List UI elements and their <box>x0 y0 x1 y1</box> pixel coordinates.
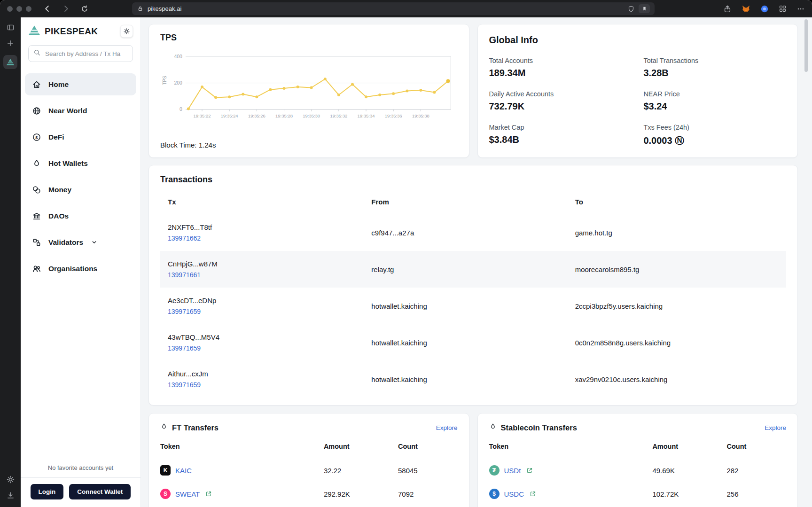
extensions-grid-icon[interactable] <box>779 5 787 13</box>
sidebar-item-label: DAOs <box>48 212 69 220</box>
svg-text:19:35:32: 19:35:32 <box>330 113 347 118</box>
table-row: ₮USDt49.69K282 <box>489 459 787 482</box>
minimize-window-button[interactable] <box>16 6 22 12</box>
stat-label: Total Transactions <box>643 57 786 64</box>
stat-label: Total Accounts <box>489 57 644 64</box>
col-count: Count <box>398 443 458 450</box>
col-amount: Amount <box>652 443 726 450</box>
scrollbar-thumb[interactable] <box>804 19 808 72</box>
sidebar-toggle-icon[interactable] <box>7 23 15 31</box>
dollar-icon: $ <box>32 133 41 142</box>
flame-icon <box>32 159 41 168</box>
sidebar-item-organisations[interactable]: Organisations <box>25 257 136 280</box>
reader-mode-button[interactable] <box>639 4 650 13</box>
wallet-extension-icon[interactable] <box>760 5 769 13</box>
browser-chrome: pikespeak.ai <box>0 0 812 17</box>
stablecoin-explore-link[interactable]: Explore <box>765 424 786 431</box>
sweat-token-icon: S <box>160 489 171 499</box>
col-to: To <box>575 198 779 206</box>
sidebar-item-hot-wallets[interactable]: Hot Wallets <box>25 152 136 174</box>
stat-near-price: NEAR Price$3.24 <box>643 90 786 112</box>
forward-button[interactable] <box>62 4 70 13</box>
global-stats-grid: Total Accounts189.34MTotal Transactions3… <box>489 57 787 147</box>
external-link-icon[interactable] <box>206 491 211 497</box>
favorites-note: No favorite accounts yet <box>28 460 133 477</box>
tx-block-link[interactable]: 139971659 <box>168 344 371 352</box>
col-tx: Tx <box>168 198 371 206</box>
theme-toggle-button[interactable] <box>120 25 133 38</box>
token-count: 7092 <box>398 490 458 498</box>
transactions-table-body: 2NXFT6...T8tf139971662c9f947...a27agame.… <box>160 214 786 398</box>
external-link-icon[interactable] <box>530 491 536 497</box>
tx-to: xav29nv0210c.users.kaiching <box>575 375 779 383</box>
reload-button[interactable] <box>80 5 89 13</box>
browser-nav-buttons <box>43 4 89 13</box>
svg-text:400: 400 <box>174 54 182 59</box>
svg-text:200: 200 <box>174 80 182 86</box>
token-link[interactable]: USDC <box>504 490 524 498</box>
zoom-window-button[interactable] <box>26 6 31 12</box>
stat-value: 189.34M <box>489 68 644 78</box>
token-count: 256 <box>727 490 787 498</box>
sidebar-nav: HomeNear World$DeFiHot WalletsMoneyDAOsV… <box>28 73 133 280</box>
tx-from: c9f947...a27a <box>371 229 575 237</box>
page-scrollbar <box>804 19 808 507</box>
sidebar-item-money[interactable]: Money <box>25 179 136 201</box>
close-window-button[interactable] <box>7 6 13 12</box>
usdt-token-icon: ₮ <box>489 465 500 476</box>
sidebar-item-near-world[interactable]: Near World <box>25 100 136 122</box>
download-icon[interactable] <box>7 491 15 499</box>
new-tab-icon[interactable] <box>7 39 14 47</box>
table-row: Ae3cDT...eDNp139971659hotwallet.kaiching… <box>160 288 786 324</box>
login-button[interactable]: Login <box>31 484 64 499</box>
token-link[interactable]: USDt <box>504 467 521 475</box>
traffic-lights <box>7 6 31 12</box>
browser-window: pikespeak.ai <box>0 0 812 507</box>
tx-block-link[interactable]: 139971659 <box>168 308 371 315</box>
svg-text:19:35:24: 19:35:24 <box>221 113 238 118</box>
sidebar-item-validators[interactable]: Validators <box>25 231 136 253</box>
table-row: 43wTBQ...M5V4139971659hotwallet.kaiching… <box>160 324 786 361</box>
svg-text:19:35:26: 19:35:26 <box>248 113 265 118</box>
stat-label: Txs Fees (24h) <box>643 124 786 131</box>
kaic-token-icon: K <box>160 465 171 476</box>
svg-text:19:35:36: 19:35:36 <box>385 113 402 118</box>
coins-icon <box>32 185 41 195</box>
ft-explore-link[interactable]: Explore <box>436 424 458 431</box>
sidebar-item-home[interactable]: Home <box>25 73 136 95</box>
gear-icon[interactable] <box>7 476 15 484</box>
token-link[interactable]: SWEAT <box>175 490 200 498</box>
table-row: CnHpjG...w87M139971661relay.tgmoorecarol… <box>160 251 786 288</box>
token-link[interactable]: KAIC <box>175 467 192 475</box>
address-bar[interactable]: pikespeak.ai <box>132 2 655 15</box>
sidebar-item-defi[interactable]: $DeFi <box>25 126 136 148</box>
stat-value: 3.28B <box>643 68 786 78</box>
svg-text:$: $ <box>35 134 38 140</box>
sidebar-item-label: Organisations <box>48 265 97 273</box>
svg-text:19:35:30: 19:35:30 <box>303 113 320 118</box>
metamask-extension-icon[interactable] <box>742 4 750 13</box>
tps-card: TPS 020040019:35:2219:35:2419:35:2619:35… <box>148 24 469 158</box>
search-input[interactable] <box>44 50 128 58</box>
connect-wallet-button[interactable]: Connect Wallet <box>69 484 131 499</box>
stat-total-accounts: Total Accounts189.34M <box>489 57 644 78</box>
share-icon[interactable] <box>723 5 732 13</box>
token-amount: 102.72K <box>652 490 726 498</box>
sidebar-item-label: Home <box>48 80 69 89</box>
people-icon <box>32 264 41 273</box>
pikespeak-tab-icon[interactable] <box>3 55 17 69</box>
tx-block-link[interactable]: 139971661 <box>168 271 371 279</box>
sidebar-item-daos[interactable]: DAOs <box>25 205 136 227</box>
shield-icon[interactable] <box>627 5 635 13</box>
tx-to: moorecarolsm895.tg <box>575 265 779 273</box>
svg-text:TPS: TPS <box>162 76 167 85</box>
tps-title: TPS <box>160 33 458 43</box>
stat-daily-active-accounts: Daily Active Accounts732.79K <box>489 90 644 112</box>
more-menu-icon[interactable] <box>796 5 805 13</box>
tx-block-link[interactable]: 139971662 <box>168 234 371 242</box>
stat-value: 732.79K <box>489 101 644 112</box>
ft-transfers-card: FT Transfers Explore TokenAmountCountKKA… <box>148 413 469 507</box>
tx-block-link[interactable]: 139971659 <box>168 381 371 389</box>
external-link-icon[interactable] <box>527 468 532 473</box>
back-button[interactable] <box>43 4 52 13</box>
